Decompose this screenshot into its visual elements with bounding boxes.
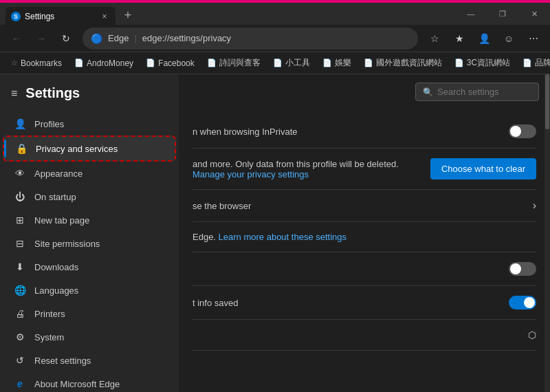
sidebar-item-profiles[interactable]: 👤 Profiles <box>3 112 176 135</box>
sidebar-item-appearance-label: Appearance <box>34 168 82 179</box>
minimize-button[interactable]: — <box>455 3 487 25</box>
sidebar-item-downloads-label: Downloads <box>34 262 78 272</box>
back-button[interactable]: ← <box>6 28 28 50</box>
bookmarks-folder[interactable]: ☆ Bookmarks <box>6 56 67 70</box>
info-saved-toggle[interactable] <box>509 296 536 309</box>
toggle2-row <box>192 252 536 286</box>
learn-more-link[interactable]: Learn more about these settings <box>219 232 346 242</box>
sidebar-item-downloads[interactable]: ⬇ Downloads <box>3 255 176 279</box>
bookmarks-bar: ☆ Bookmarks 📄 AndroMoney 📄 Facebook 📄 詩詞… <box>0 52 550 74</box>
sidebar-item-languages-label: Languages <box>34 285 78 296</box>
manage-privacy-link[interactable]: Manage your privacy settings <box>192 169 309 179</box>
new-tab-button[interactable]: + <box>118 6 138 25</box>
browser-close-row: se the browser › <box>192 190 536 222</box>
bookmark-facebook[interactable]: 📄 Facebook <box>140 56 200 70</box>
ext-link-row: ⬡ <box>192 320 536 351</box>
appearance-icon: 👁 <box>14 168 26 179</box>
inprivate-text: n when browsing InPrivate <box>192 127 509 137</box>
content-header: 🔍 <box>179 74 550 109</box>
edge-label: Edge <box>108 33 129 43</box>
info-saved-row: t info saved <box>192 286 536 320</box>
privacy-icon: 🔒 <box>15 143 28 154</box>
emoji-button[interactable]: ☺ <box>498 28 520 50</box>
poetry-label: 詩詞與查客 <box>219 57 261 69</box>
languages-icon: 🌐 <box>14 285 26 296</box>
toolbar: ← → ↻ 🔵 Edge | edge://settings/privacy ☆… <box>0 25 550 52</box>
poetry-icon: 📄 <box>207 58 217 67</box>
search-box[interactable]: 🔍 <box>415 83 539 101</box>
scrollbar-thumb[interactable] <box>545 74 549 129</box>
sidebar-item-languages[interactable]: 🌐 Languages <box>3 279 176 302</box>
sidebar-item-about[interactable]: e About Microsoft Edge <box>3 372 176 392</box>
hamburger-menu-button[interactable]: ≡ <box>11 87 17 100</box>
learn-more-text: Edge. Learn more about these settings <box>192 232 536 242</box>
toggle2-knob <box>510 263 521 274</box>
profile-button[interactable]: 👤 <box>473 28 495 50</box>
sidebar-item-siteperms-label: Site permissions <box>34 239 100 249</box>
sidebar-item-newtab[interactable]: ⊞ New tab page <box>3 208 176 232</box>
sidebar-item-appearance[interactable]: 👁 Appearance <box>3 162 176 185</box>
entertainment-icon: 📄 <box>322 58 332 67</box>
forward-button[interactable]: → <box>30 28 52 50</box>
newsroom-label: 品牌Newsroom <box>535 57 550 69</box>
close-tab-button[interactable]: × <box>99 11 110 22</box>
profiles-icon: 👤 <box>14 118 26 129</box>
clear-data-row: and more. Only data from this profile wi… <box>192 149 536 190</box>
about-icon: e <box>14 378 26 389</box>
facebook-icon: 📄 <box>146 58 155 67</box>
favorites-button[interactable]: ★ <box>448 28 470 50</box>
toggle-knob <box>510 126 521 137</box>
downloads-icon: ⬇ <box>14 261 26 272</box>
sidebar-header: ≡ Settings <box>0 80 179 112</box>
restore-button[interactable]: ❐ <box>487 3 518 25</box>
inprivate-toggle[interactable] <box>509 124 536 138</box>
toggle2[interactable] <box>509 262 536 276</box>
address-bar[interactable]: 🔵 Edge | edge://settings/privacy <box>82 28 418 50</box>
titlebar: S Settings × + — ❐ ✕ <box>0 3 550 25</box>
reset-icon: ↺ <box>14 355 26 366</box>
bookmark-entertainment[interactable]: 📄 娛樂 <box>317 55 357 71</box>
sidebar-item-system[interactable]: ⚙ System <box>3 325 176 349</box>
tab-favicon: S <box>11 12 21 21</box>
bookmark-3c[interactable]: 📄 3C資訊網站 <box>449 55 516 71</box>
sidebar: ≡ Settings 👤 Profiles 🔒 Privacy and serv… <box>0 74 179 392</box>
scrollbar-track <box>544 74 550 392</box>
clear-data-text: and more. Only data from this profile wi… <box>192 159 430 179</box>
sidebar-item-reset[interactable]: ↺ Reset settings <box>3 349 176 372</box>
learn-more-row: Edge. Learn more about these settings <box>192 222 536 252</box>
content-body: n when browsing InPrivate and more. Only… <box>179 109 550 356</box>
bookmark-gaming[interactable]: 📄 國外遊戲資訊網站 <box>358 55 448 71</box>
bookmark-andromoney[interactable]: 📄 AndroMoney <box>69 56 139 70</box>
tools-icon: 📄 <box>273 58 283 67</box>
bookmark-newsroom[interactable]: 📄 品牌Newsroom <box>517 55 550 71</box>
browser-close-arrow[interactable]: › <box>533 199 536 212</box>
main-layout: ≡ Settings 👤 Profiles 🔒 Privacy and serv… <box>0 74 550 392</box>
search-input[interactable] <box>437 87 531 97</box>
external-link-icon[interactable]: ⬡ <box>528 329 536 340</box>
refresh-button[interactable]: ↻ <box>55 28 77 50</box>
sidebar-item-siteperms[interactable]: ⊟ Site permissions <box>3 232 176 255</box>
facebook-label: Facebook <box>158 58 195 68</box>
sidebar-item-reset-label: Reset settings <box>34 356 91 366</box>
choose-what-to-clear-button[interactable]: Choose what to clear <box>430 158 536 179</box>
address-text: edge://settings/privacy <box>142 33 410 43</box>
sidebar-item-startup[interactable]: ⏻ On startup <box>3 185 176 208</box>
3c-label: 3C資訊網站 <box>467 57 510 69</box>
sidebar-item-profiles-label: Profiles <box>34 119 64 129</box>
printers-icon: 🖨 <box>14 308 26 319</box>
sidebar-item-privacy[interactable]: 🔒 Privacy and services <box>3 135 176 162</box>
info-saved-text: t info saved <box>192 298 509 308</box>
sidebar-item-printers[interactable]: 🖨 Printers <box>3 302 176 325</box>
bookmark-poetry[interactable]: 📄 詩詞與查客 <box>201 55 266 71</box>
settings-tab[interactable]: S Settings × <box>6 7 116 26</box>
separator: | <box>134 33 136 43</box>
sidebar-item-startup-label: On startup <box>34 192 76 202</box>
newtab-icon: ⊞ <box>14 215 26 226</box>
window-controls: — ❐ ✕ <box>455 3 550 25</box>
bookmark-tools[interactable]: 📄 小工具 <box>267 55 316 71</box>
more-menu-button[interactable]: ⋯ <box>522 28 544 50</box>
startup-icon: ⏻ <box>14 191 26 202</box>
favorites-star-button[interactable]: ☆ <box>424 28 446 50</box>
close-window-button[interactable]: ✕ <box>518 3 550 25</box>
andromoney-icon: 📄 <box>74 58 84 67</box>
